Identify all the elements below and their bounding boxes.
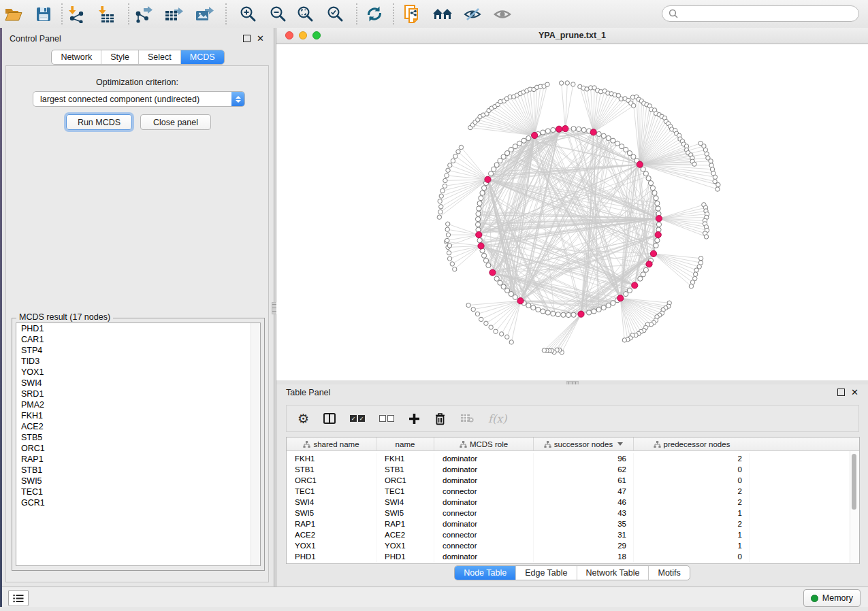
column-header-name[interactable]: name [376,437,434,450]
table-row[interactable]: STB1STB1dominator620 [287,464,859,475]
function-builder-icon[interactable]: f(x) [488,412,507,425]
memory-button[interactable]: Memory [803,589,861,607]
table-scrollbar[interactable] [850,451,858,563]
zoom-in-icon[interactable] [237,4,259,24]
select-all-icon[interactable]: ✓✓ [350,415,365,422]
table-cell[interactable]: STB1 [287,464,376,475]
add-column-icon[interactable] [408,413,420,425]
mcds-result-item[interactable]: SWI4 [16,378,260,389]
table-cell[interactable]: RAP1 [376,518,434,529]
table-cell[interactable]: connector [434,486,534,497]
open-file-icon[interactable] [3,4,25,24]
network-titlebar[interactable]: YPA_prune.txt_1 [276,28,868,44]
table-cell[interactable]: 47 [534,486,634,497]
table-cell[interactable]: dominator [434,453,534,464]
tab-mcds[interactable]: MCDS [180,50,224,64]
column-header-predecessor-nodes[interactable]: predecessor nodes [634,437,750,450]
table-cell[interactable]: 2 [634,486,750,497]
table-cell[interactable]: 46 [534,497,634,508]
table-row[interactable]: SWI5SWI5connector431 [287,508,859,518]
table-cell[interactable]: SWI4 [376,497,434,508]
search-field[interactable] [662,5,859,22]
float-panel-icon[interactable] [243,35,251,42]
tab-style[interactable]: Style [101,50,138,64]
table-row[interactable]: SWI4SWI4dominator462 [287,497,859,508]
mcds-result-item[interactable]: STB5 [16,432,260,443]
hide-selected-icon[interactable] [462,4,483,24]
tab-edge-table[interactable]: Edge Table [515,566,576,580]
table-cell[interactable]: TEC1 [376,486,434,497]
table-cell[interactable]: ORC1 [287,475,376,486]
mcds-result-item[interactable]: ORC1 [16,443,260,454]
table-cell[interactable]: STB1 [376,464,434,475]
column-header-shared-name[interactable]: shared name [287,437,376,450]
task-history-button[interactable] [8,590,29,606]
table-cell[interactable]: YOX1 [287,540,376,551]
zoom-selected-icon[interactable] [324,4,346,24]
close-panel-button[interactable]: Close panel [140,114,211,130]
tab-node-table[interactable]: Node Table [455,566,515,580]
table-cell[interactable]: 0 [634,475,750,486]
table-cell[interactable]: ORC1 [376,475,434,486]
mcds-result-item[interactable]: ACE2 [16,421,260,432]
table-cell[interactable]: connector [434,529,534,540]
mcds-result-item[interactable]: SWI5 [16,476,260,486]
table-cell[interactable]: dominator [434,475,534,486]
export-image-icon[interactable] [193,4,215,24]
table-cell[interactable]: 1 [634,540,750,551]
table-cell[interactable]: SWI5 [287,508,376,518]
table-cell[interactable]: dominator [434,518,534,529]
delete-table-icon[interactable] [460,414,474,423]
mcds-result-item[interactable]: FKH1 [16,410,260,421]
table-cell[interactable]: FKH1 [376,453,434,464]
import-network-icon[interactable] [65,4,87,24]
first-neighbors-icon[interactable] [432,4,453,24]
export-network-icon[interactable] [132,4,154,24]
mcds-result-item[interactable]: CAR1 [16,334,260,345]
table-cell[interactable]: TEC1 [287,486,376,497]
table-cell[interactable]: 2 [634,518,750,529]
table-row[interactable]: PHD1PHD1dominator180 [287,551,859,562]
search-input[interactable] [681,8,858,19]
refresh-view-icon[interactable] [364,4,385,24]
table-cell[interactable]: 1 [634,508,750,518]
mcds-result-item[interactable]: PMA2 [16,399,260,410]
table-scrollbar-thumb[interactable] [852,454,856,510]
zoom-out-icon[interactable] [267,4,289,24]
mcds-result-item[interactable]: GCR1 [16,497,260,508]
delete-column-icon[interactable] [434,412,446,425]
table-cell[interactable]: PHD1 [287,551,376,562]
table-cell[interactable]: connector [434,508,534,518]
table-cell[interactable]: 0 [634,551,750,562]
table-row[interactable]: ACE2ACE2connector311 [287,529,859,540]
table-row[interactable]: ORC1ORC1dominator610 [287,475,859,486]
tab-motifs[interactable]: Motifs [648,566,689,580]
zoom-fit-icon[interactable] [294,4,316,24]
table-cell[interactable]: dominator [434,551,534,562]
table-cell[interactable]: ACE2 [287,529,376,540]
network-canvas[interactable] [276,44,868,380]
table-cell[interactable]: 43 [534,508,634,518]
column-browser-icon[interactable] [323,413,336,424]
table-cell[interactable]: RAP1 [287,518,376,529]
clone-network-icon[interactable] [402,4,423,24]
mcds-result-item[interactable]: TID3 [16,356,260,367]
table-cell[interactable]: 31 [534,529,634,540]
mcds-result-item[interactable]: STB1 [16,465,260,476]
column-header-mcds-role[interactable]: MCDS role [434,437,534,450]
table-cell[interactable]: FKH1 [287,453,376,464]
table-row[interactable]: FKH1FKH1dominator962 [287,453,859,464]
table-cell[interactable]: 96 [534,453,634,464]
show-all-icon[interactable] [492,4,513,24]
mcds-result-item[interactable]: STP4 [16,345,260,356]
save-session-icon[interactable] [33,4,54,24]
table-cell[interactable]: 2 [634,453,750,464]
float-table-panel-icon[interactable] [837,389,845,396]
table-cell[interactable]: 18 [534,551,634,562]
export-table-icon[interactable] [163,4,184,24]
import-table-icon[interactable] [95,4,117,24]
table-cell[interactable]: ACE2 [376,529,434,540]
deselect-all-icon[interactable] [379,415,394,422]
tab-select[interactable]: Select [138,50,180,64]
table-cell[interactable]: 35 [534,518,634,529]
